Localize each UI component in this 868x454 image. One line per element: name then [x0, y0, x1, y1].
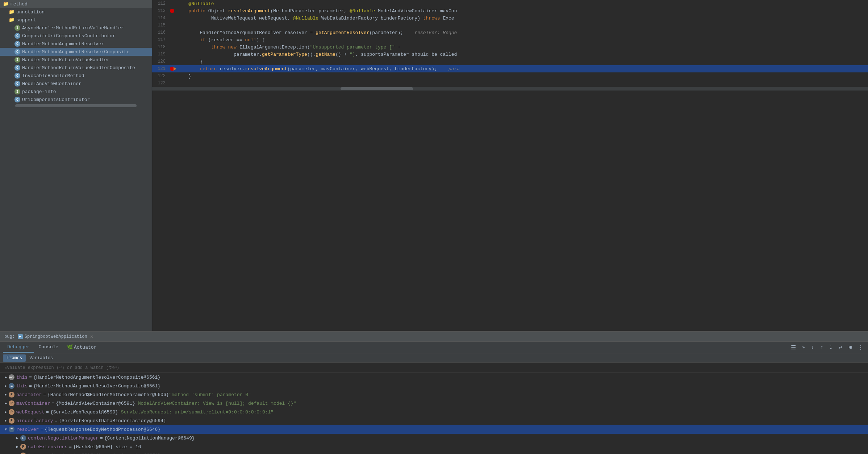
- variables-list: ∞○ this = {HandlerMethodArgumentResolver…: [0, 373, 868, 454]
- sidebar-item-label: support: [16, 17, 36, 23]
- var-row-safe-extensions[interactable]: P safeExtensions = {HashSet@6650} size =…: [0, 442, 868, 451]
- file-tree-sidebar: 📁 method 📁 annotation 📁 support I AsyncH…: [0, 0, 152, 331]
- step-out-button[interactable]: ↑: [819, 344, 825, 352]
- interface-icon: I: [14, 57, 20, 63]
- var-row-binder-factory[interactable]: P binderFactory = {ServletRequestDataBin…: [0, 416, 868, 425]
- expand-arrow-safe-ext[interactable]: [14, 444, 20, 450]
- sidebar-item-async-handler[interactable]: I AsyncHandlerMethodReturnValueHandler: [0, 24, 152, 32]
- sidebar-item-label: package-info: [22, 89, 56, 94]
- sidebar-item-label: InvocableHandlerMethod: [22, 73, 84, 79]
- expand-arrow-mav-container[interactable]: [3, 400, 9, 406]
- var-row-parameter[interactable]: P parameter = {HandlerMethod$HandlerMeth…: [0, 390, 868, 399]
- var-row-this-list[interactable]: ≡ this = {HandlerMethodArgumentResolverC…: [0, 382, 868, 390]
- close-session-button[interactable]: ✕: [90, 333, 93, 340]
- line-number: 113: [152, 8, 168, 13]
- var-type-icon-p5: P: [20, 444, 26, 450]
- var-value-mav-container: {ModelAndViewContainer@6591}: [56, 401, 135, 406]
- subtab-frames[interactable]: Frames: [3, 354, 26, 362]
- line-content: return resolver.resolveArgument(paramete…: [176, 66, 868, 72]
- var-row-this-obj[interactable]: ∞○ this = {HandlerMethodArgumentResolver…: [0, 373, 868, 382]
- var-row-content-negotiation-manager[interactable]: ⊢ contentNegotiationManager = {ContentNe…: [0, 434, 868, 442]
- line-number: 112: [152, 1, 168, 6]
- sidebar-item-handler-method-arg-resolver-composite[interactable]: C HandlerMethodArgumentResolverComposite: [0, 48, 152, 56]
- step-over-button[interactable]: ↷: [800, 343, 807, 352]
- class-icon: C: [14, 97, 20, 102]
- code-line-114: 114 NativeWebRequest webRequest, @Nullab…: [152, 14, 868, 22]
- force-step-button[interactable]: ⤶: [836, 343, 844, 352]
- var-type-icon-obj: ∞○: [9, 374, 14, 380]
- expand-arrow-parameter[interactable]: [3, 392, 9, 398]
- eval-placeholder-text: Evaluate expression (⏎) or add a watch (…: [4, 365, 119, 370]
- expand-arrow-this-obj[interactable]: [3, 374, 9, 380]
- class-icon: C: [14, 65, 20, 71]
- class-icon: C: [14, 49, 20, 55]
- eval-expression-bar[interactable]: Evaluate expression (⏎) or add a watch (…: [0, 363, 868, 373]
- var-row-mav-container[interactable]: P mavContainer = {ModelAndViewContainer@…: [0, 399, 868, 408]
- sidebar-item-composite-uri[interactable]: C CompositeUriComponentsContributor: [0, 32, 152, 40]
- list-icon-button[interactable]: ☰: [789, 343, 797, 352]
- var-row-logger[interactable]: P logger = {LogAdapter$Slf4jLocationAwar…: [0, 451, 868, 454]
- sidebar-item-uri-components-contributor[interactable]: C UriComponentsContributor: [0, 96, 152, 104]
- tab-debugger[interactable]: Debugger: [3, 342, 34, 353]
- expand-arrow-content-neg[interactable]: [14, 435, 20, 441]
- tab-console[interactable]: Console: [34, 342, 63, 353]
- class-icon: C: [14, 73, 20, 79]
- sidebar-item-label: HandlerMethodReturnValueHandler: [22, 57, 110, 63]
- debug-panel: bug: ▶ SpringbootWebApplication ✕ Debugg…: [0, 331, 868, 454]
- scrollbar-thumb[interactable]: [341, 87, 413, 90]
- line-number: 117: [152, 37, 168, 42]
- folder-icon: 📁: [9, 17, 14, 23]
- expand-arrow-web-request[interactable]: [3, 409, 9, 415]
- sidebar-item-label: HandlerMethodReturnValueHandlerComposite: [22, 65, 135, 71]
- var-name-binder-factory: binderFactory: [16, 418, 53, 424]
- code-line-115: 115: [152, 22, 868, 29]
- sidebar-item-model-and-view-container[interactable]: C ModelAndViewContainer: [0, 80, 152, 88]
- sidebar-item-package-info[interactable]: I package-info: [0, 88, 152, 96]
- sidebar-item-annotation[interactable]: 📁 annotation: [0, 8, 152, 16]
- code-line-118: 118 throw new IllegalArgumentException("…: [152, 43, 868, 51]
- sidebar-item-support[interactable]: 📁 support: [0, 16, 152, 24]
- code-editor: 112 @Nullable 113 public Object resolveA…: [152, 0, 868, 331]
- horizontal-scrollbar[interactable]: [152, 87, 868, 91]
- var-type-icon-list3: ⊢: [20, 435, 26, 441]
- code-line-112: 112 @Nullable: [152, 0, 868, 7]
- var-value-web-request-str: "ServletWebRequest: uri=/submit;client=0…: [118, 409, 274, 415]
- settings-icon-button[interactable]: ⋮: [856, 343, 865, 352]
- line-content: @Nullable: [176, 1, 868, 7]
- sidebar-item-handler-method-return-value-handler[interactable]: I HandlerMethodReturnValueHandler: [0, 56, 152, 64]
- line-number: 115: [152, 23, 168, 28]
- interface-icon: I: [14, 25, 20, 31]
- step-into-button[interactable]: ↓: [809, 344, 816, 352]
- sidebar-item-handler-method-arg-resolver[interactable]: C HandlerMethodArgumentResolver: [0, 40, 152, 48]
- var-value-this-list: {HandlerMethodArgumentResolverComposite@…: [33, 383, 160, 389]
- run-to-cursor-button[interactable]: ⤵: [828, 343, 834, 352]
- breakpoint-dot: [170, 9, 174, 13]
- var-type-icon-list: ≡: [9, 383, 14, 389]
- var-row-web-request[interactable]: P webRequest = {ServletWebRequest@6590} …: [0, 408, 868, 416]
- sidebar-item-method[interactable]: 📁 method: [0, 0, 152, 8]
- debug-tabs: Debugger Console 🌿Actuator ☰ ↷ ↓ ↑ ⤵ ⤶ ⊞…: [0, 342, 868, 353]
- expand-arrow-this-list[interactable]: [3, 383, 9, 389]
- expand-arrow-resolver[interactable]: [3, 426, 9, 432]
- expand-arrow-logger[interactable]: [14, 453, 20, 454]
- subtab-variables[interactable]: Variables: [26, 354, 57, 362]
- var-value-logger: {LogAdapter$Slf4jLocationAwareLog@6651}: [51, 453, 161, 454]
- var-type-icon-p: P: [9, 392, 14, 398]
- sidebar-item-label: UriComponentsContributor: [22, 97, 90, 102]
- var-type-icon-p3: P: [9, 409, 14, 415]
- class-icon: C: [14, 41, 20, 47]
- code-line-121: 121 return resolver.resolveArgument(para…: [152, 65, 868, 72]
- var-row-resolver[interactable]: ≡ resolver = {RequestResponseBodyMethodP…: [0, 425, 868, 434]
- code-line-117: 117 if (resolver == null) {: [152, 36, 868, 43]
- tab-actuator[interactable]: 🌿Actuator: [63, 342, 101, 353]
- sidebar-item-invocable-handler-method[interactable]: C InvocableHandlerMethod: [0, 72, 152, 80]
- debug-panel-title: bug:: [4, 334, 15, 339]
- sidebar-item-label: ModelAndViewContainer: [22, 81, 82, 87]
- grid-icon-button[interactable]: ⊞: [847, 343, 854, 352]
- var-type-icon-p2: P: [9, 400, 14, 406]
- sidebar-item-handler-method-return-value-handler-composite[interactable]: C HandlerMethodReturnValueHandlerComposi…: [0, 64, 152, 72]
- line-content: parameter.getParameterType().getName() +…: [176, 52, 868, 57]
- expand-arrow-binder-factory[interactable]: [3, 418, 9, 424]
- folder-icon: 📁: [9, 9, 14, 15]
- code-line-116: 116 HandlerMethodArgumentResolver resolv…: [152, 29, 868, 36]
